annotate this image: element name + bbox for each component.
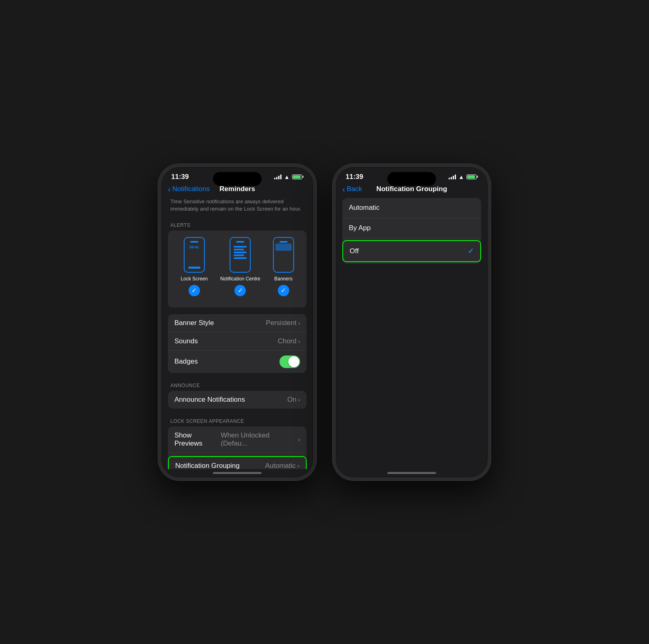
nav-title-1: Reminders [219,185,255,193]
signal-bars-1 [274,174,282,179]
announce-label: Announce Notifications [174,396,245,404]
grouping-automatic-row[interactable]: Automatic [342,198,481,218]
grouping-off-label: Off [350,247,359,255]
banner-box [275,243,292,251]
home-indicator-2 [387,472,436,474]
signal-bar-3 [278,176,279,179]
lock-time: 09:41 [189,245,199,249]
battery-cap-2 [477,176,478,178]
back-label-2: Back [347,185,362,193]
nc-line-2 [234,249,244,250]
status-icons-2: ▲ [449,174,478,180]
signal-bar-6 [451,177,452,179]
settings-content-1: Time Sensitive notifications are always … [161,198,313,469]
show-previews-value: When Unlocked (Defau... › [221,431,300,448]
nav-title-2: Notification Grouping [376,185,447,193]
banners-label: Banners [274,276,292,282]
grouping-byapp-row[interactable]: By App [342,218,481,239]
phone-2: 11:39 ▲ [333,164,491,480]
notification-grouping-row[interactable]: Notification Grouping Automatic › [168,456,307,469]
back-button-2[interactable]: ‹ Back [342,185,362,193]
lock-screen-group: Show Previews When Unlocked (Defau... › … [168,426,307,469]
lock-screen-icon: 09:41 [184,237,205,273]
show-previews-text: When Unlocked (Defau... [221,431,297,448]
sounds-text: Chord [278,337,297,345]
battery-fill-1 [293,175,301,179]
phone-1: 11:39 ▲ [158,164,316,480]
nc-line-4 [234,254,244,256]
alert-item-notification-centre[interactable]: Notification Centre ✓ [220,237,260,296]
banners-notch [279,241,288,243]
back-chevron-1: ‹ [168,185,171,193]
nc-line-5 [234,257,247,259]
battery-fill-2 [467,175,475,179]
status-icons-1: ▲ [274,174,303,180]
banner-style-row[interactable]: Banner Style Persistent › [168,314,307,332]
sounds-row[interactable]: Sounds Chord › [168,332,307,351]
battery-icon-1 [292,174,303,179]
status-time-1: 11:39 [171,173,189,181]
signal-bar-2 [276,177,277,179]
announce-group: Announce Notifications On › [168,391,307,409]
announce-notifications-row[interactable]: Announce Notifications On › [168,391,307,409]
grouping-off-row[interactable]: Off ✓ [342,240,481,262]
nc-label: Notification Centre [220,276,260,282]
alerts-header: ALERTS [168,219,307,230]
show-previews-chevron: › [298,436,300,443]
lock-notch [190,241,198,243]
battery-icon-2 [466,174,478,179]
grouping-list: Automatic By App Off ✓ [342,198,481,264]
alert-icons-row: 09:41 Lock Screen ✓ [174,237,300,296]
sounds-label: Sounds [174,337,198,345]
back-chevron-2: ‹ [342,185,345,193]
banner-style-label: Banner Style [174,319,214,327]
signal-bar-4 [280,174,282,179]
home-indicator-1 [213,472,262,474]
wifi-icon-2: ▲ [458,174,464,180]
battery-body-1 [292,174,302,179]
nc-line-1 [234,246,247,248]
grouping-automatic-label: Automatic [349,204,380,212]
notification-grouping-chevron: › [297,462,299,469]
alert-item-lock-screen[interactable]: 09:41 Lock Screen ✓ [181,237,208,296]
nc-check: ✓ [234,285,246,296]
announce-header: ANNOUNCE [168,379,307,391]
notification-grouping-value: Automatic › [265,462,299,469]
signal-bar-8 [455,174,456,179]
info-text-1: Time Sensitive notifications are always … [168,198,307,219]
sounds-value: Chord › [278,337,300,345]
badges-label: Badges [174,358,198,366]
banners-icon [273,237,294,273]
announce-chevron: › [298,396,300,403]
signal-bar-7 [453,176,454,179]
alerts-container: 09:41 Lock Screen ✓ [168,230,307,308]
dynamic-island-1 [213,172,262,186]
lock-screen-check: ✓ [189,285,200,296]
show-previews-row[interactable]: Show Previews When Unlocked (Defau... › [168,426,307,453]
nc-line-3 [234,252,247,253]
toggle-knob [288,356,299,367]
lock-bottom-bar [188,267,200,269]
grouping-byapp-label: By App [349,224,371,232]
notification-grouping-text: Automatic [265,462,296,469]
alert-item-banners[interactable]: Banners ✓ [273,237,294,296]
badges-row[interactable]: Badges [168,351,307,373]
announce-value: On › [287,396,300,404]
signal-bars-2 [449,174,456,179]
signal-bar-5 [449,178,450,179]
lock-screen-section-header: LOCK SCREEN APPEARANCE [168,415,307,426]
wifi-icon-1: ▲ [284,174,290,180]
battery-body-2 [466,174,477,179]
dynamic-island-2 [387,172,436,186]
screen-1: ‹ Notifications Reminders Time Sensitive… [161,183,313,469]
signal-bar-1 [274,178,275,179]
status-time-2: 11:39 [346,173,363,181]
badges-toggle[interactable] [279,355,300,368]
lock-screen-label: Lock Screen [181,276,208,282]
back-button-1[interactable]: ‹ Notifications [168,185,210,193]
battery-cap-1 [303,176,303,178]
nc-lines [232,244,248,261]
phones-container: 11:39 ▲ [158,164,491,480]
banner-style-text: Persistent [266,319,297,327]
grouping-off-checkmark: ✓ [468,247,474,256]
